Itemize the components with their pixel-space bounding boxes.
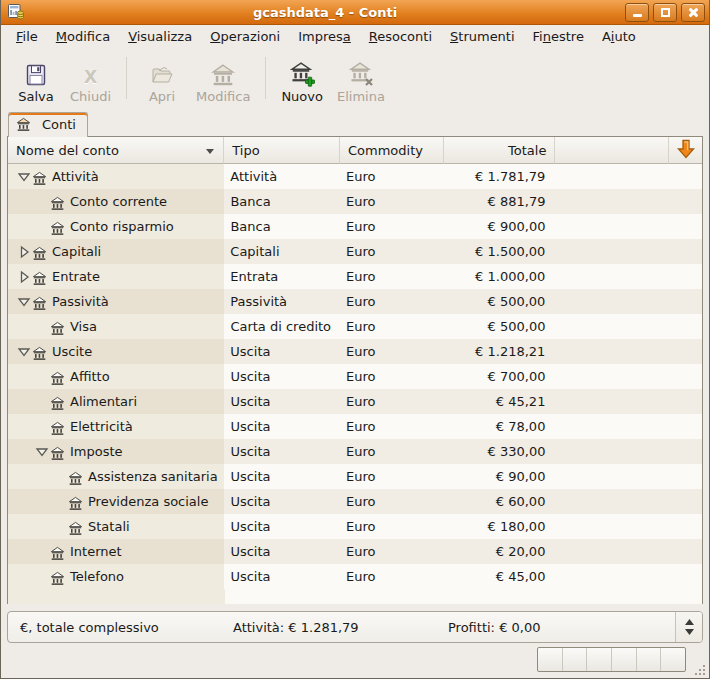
account-name: Affitto (70, 364, 110, 389)
commodity-cell: Euro (340, 264, 444, 289)
account-row[interactable]: ImposteUscitaEuro€ 330,00 (8, 439, 702, 464)
account-type-cell: Uscita (224, 339, 340, 364)
menu-item-impresa[interactable]: Impresa (289, 26, 360, 47)
account-row[interactable]: UsciteUscitaEuro€ 1.218,21 (8, 339, 702, 364)
account-name: Uscite (52, 339, 92, 364)
account-name-cell: Attività (8, 164, 224, 189)
column-header-tipo[interactable]: Tipo (224, 137, 340, 164)
expander-spacer (52, 469, 68, 485)
summary-scope: €, totale complessivo (8, 612, 233, 642)
total-cell: € 90,00 (444, 464, 556, 489)
account-name-cell: Uscite (8, 339, 224, 364)
account-row[interactable]: InternetUscitaEuro€ 20,00 (8, 539, 702, 564)
toolbar-button-label: Modifica (196, 89, 250, 104)
resize-grip-icon[interactable] (693, 663, 707, 677)
action-cell (669, 414, 702, 439)
spacer-cell (555, 564, 669, 589)
toolbar-button-label: Chiudi (70, 89, 111, 104)
menu-item-aiuto[interactable]: Aiuto (593, 26, 645, 47)
account-icon (50, 419, 65, 434)
expander-spacer (34, 394, 50, 410)
expander-expanded-icon[interactable] (16, 169, 32, 185)
spacer-cell (555, 239, 669, 264)
account-row[interactable]: AffittoUscitaEuro€ 700,00 (8, 364, 702, 389)
account-name-cell: Conto risparmio (8, 214, 224, 239)
account-row[interactable]: EntrateEntrataEuro€ 1.000,00 (8, 264, 702, 289)
expander-collapsed-icon[interactable] (16, 244, 32, 260)
column-header-spacer[interactable] (555, 137, 669, 164)
commodity-cell: Euro (340, 289, 444, 314)
account-name: Assistenza sanitaria (88, 464, 218, 489)
account-type-cell: Carta di credito (224, 314, 340, 339)
expander-expanded-icon[interactable] (34, 444, 50, 460)
action-cell (669, 264, 702, 289)
tab-conti[interactable]: Conti (8, 112, 88, 137)
menu-item-finestre[interactable]: Finestre (524, 26, 593, 47)
action-cell (669, 489, 702, 514)
account-row[interactable]: AlimentariUscitaEuro€ 45,21 (8, 389, 702, 414)
table-filler (8, 589, 702, 604)
account-row[interactable]: Previdenza socialeUscitaEuro€ 60,00 (8, 489, 702, 514)
account-row[interactable]: Conto correnteBancaEuro€ 881,79 (8, 189, 702, 214)
close-button[interactable] (681, 3, 705, 22)
menu-item-modifica[interactable]: Modifica (47, 26, 119, 47)
total-cell: € 60,00 (444, 489, 556, 514)
spacer-cell (555, 339, 669, 364)
spacer-cell (555, 189, 669, 214)
toolbar-button-label: Nuovo (281, 89, 323, 104)
window-controls (625, 3, 705, 22)
spacer-cell (555, 364, 669, 389)
menu-item-operazioni[interactable]: Operazioni (201, 26, 289, 47)
account-row[interactable]: Conto risparmioBancaEuro€ 900,00 (8, 214, 702, 239)
action-cell (669, 214, 702, 239)
column-header-commodity[interactable]: Commodity (340, 137, 444, 164)
account-type-cell: Uscita (224, 539, 340, 564)
menu-item-resoconti[interactable]: Resoconti (360, 26, 441, 47)
expander-expanded-icon[interactable] (16, 294, 32, 310)
account-name: Telefono (70, 564, 124, 589)
account-name-cell: Visa (8, 314, 224, 339)
titlebar[interactable]: gcashdata_4 - Conti (1, 0, 709, 25)
summary-attivita: Attività: € 1.281,79 (233, 612, 448, 642)
spacer-cell (555, 464, 669, 489)
summary-bar: €, totale complessivo Attività: € 1.281,… (7, 611, 703, 643)
account-row[interactable]: AttivitàAttivitàEuro€ 1.781,79 (8, 164, 702, 189)
menu-item-strumenti[interactable]: Strumenti (441, 26, 524, 47)
account-row[interactable]: ElettricitàUscitaEuro€ 78,00 (8, 414, 702, 439)
account-name: Previdenza sociale (88, 489, 208, 514)
summary-spinner[interactable] (675, 612, 702, 642)
commodity-cell: Euro (340, 214, 444, 239)
action-cell (669, 564, 702, 589)
nuovo-button[interactable]: Nuovo (274, 54, 330, 106)
expander-spacer (34, 569, 50, 585)
account-row[interactable]: VisaCarta di creditoEuro€ 500,00 (8, 314, 702, 339)
account-name-cell: Internet (8, 539, 224, 564)
maximize-button[interactable] (653, 3, 677, 22)
action-cell (669, 439, 702, 464)
column-header-totale[interactable]: Totale (444, 137, 556, 164)
accounts-tab-icon (16, 117, 31, 132)
account-row[interactable]: TelefonoUscitaEuro€ 45,00 (8, 564, 702, 589)
expander-collapsed-icon[interactable] (16, 269, 32, 285)
account-row[interactable]: StataliUscitaEuro€ 180,00 (8, 514, 702, 539)
account-row[interactable]: PassivitàPassivitàEuro€ 500,00 (8, 289, 702, 314)
action-cell (669, 164, 702, 189)
account-name-cell: Alimentari (8, 389, 224, 414)
column-header-action[interactable] (669, 137, 702, 164)
account-icon (68, 519, 83, 534)
menu-item-file[interactable]: File (7, 26, 47, 47)
spacer-cell (555, 414, 669, 439)
spacer-cell (555, 539, 669, 564)
salva-button[interactable]: Salva (9, 54, 63, 106)
account-name: Internet (70, 539, 122, 564)
account-row[interactable]: Assistenza sanitariaUscitaEuro€ 90,00 (8, 464, 702, 489)
account-name: Elettricità (70, 414, 133, 439)
menu-item-visualizza[interactable]: Visualizza (119, 26, 201, 47)
account-name: Conto risparmio (70, 214, 174, 239)
spacer-cell (555, 164, 669, 189)
minimize-button[interactable] (625, 3, 649, 22)
expander-expanded-icon[interactable] (16, 344, 32, 360)
account-icon (32, 269, 47, 284)
column-header-name[interactable]: Nome del conto (8, 137, 224, 164)
account-row[interactable]: CapitaliCapitaliEuro€ 1.500,00 (8, 239, 702, 264)
